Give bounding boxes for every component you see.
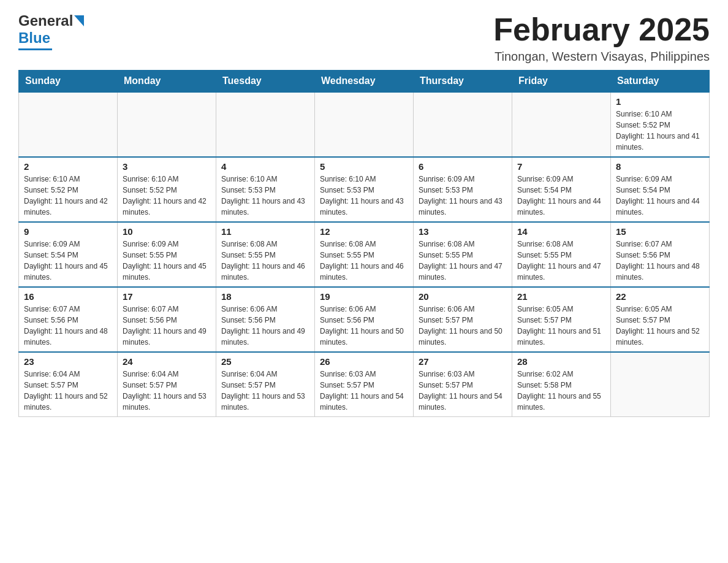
- day-number: 6: [419, 161, 507, 172]
- calendar-cell: 24Sunrise: 6:04 AMSunset: 5:57 PMDayligh…: [118, 352, 216, 417]
- day-number: 23: [24, 356, 112, 367]
- day-info: Sunrise: 6:08 AMSunset: 5:55 PMDaylight:…: [419, 239, 507, 283]
- day-number: 7: [517, 161, 605, 172]
- calendar-day-header: Sunday: [19, 71, 118, 93]
- day-info: Sunrise: 6:09 AMSunset: 5:53 PMDaylight:…: [419, 174, 507, 218]
- day-number: 1: [616, 96, 704, 107]
- calendar-cell: [414, 92, 512, 157]
- calendar-cell: 23Sunrise: 6:04 AMSunset: 5:57 PMDayligh…: [19, 352, 118, 417]
- calendar-cell: [118, 92, 216, 157]
- calendar-cell: 22Sunrise: 6:05 AMSunset: 5:57 PMDayligh…: [611, 287, 710, 352]
- calendar-table: SundayMondayTuesdayWednesdayThursdayFrid…: [18, 70, 710, 417]
- calendar-cell: 21Sunrise: 6:05 AMSunset: 5:57 PMDayligh…: [512, 287, 611, 352]
- calendar-week-row: 16Sunrise: 6:07 AMSunset: 5:56 PMDayligh…: [19, 287, 710, 352]
- calendar-week-row: 9Sunrise: 6:09 AMSunset: 5:54 PMDaylight…: [19, 222, 710, 287]
- calendar-cell: 28Sunrise: 6:02 AMSunset: 5:58 PMDayligh…: [512, 352, 611, 417]
- logo-blue-text: Blue: [18, 29, 50, 46]
- day-info: Sunrise: 6:08 AMSunset: 5:55 PMDaylight:…: [517, 239, 605, 283]
- calendar-cell: [216, 92, 315, 157]
- calendar-cell: 13Sunrise: 6:08 AMSunset: 5:55 PMDayligh…: [414, 222, 512, 287]
- calendar-cell: 15Sunrise: 6:07 AMSunset: 5:56 PMDayligh…: [611, 222, 710, 287]
- location-text: Tinongan, Western Visayas, Philippines: [493, 50, 710, 64]
- logo-triangle-icon: [74, 15, 84, 26]
- day-info: Sunrise: 6:06 AMSunset: 5:56 PMDaylight:…: [320, 304, 408, 348]
- title-area: February 2025 Tinongan, Western Visayas,…: [493, 12, 710, 64]
- calendar-cell: 6Sunrise: 6:09 AMSunset: 5:53 PMDaylight…: [414, 157, 512, 222]
- day-info: Sunrise: 6:09 AMSunset: 5:55 PMDaylight:…: [123, 239, 211, 283]
- calendar-day-header: Thursday: [414, 71, 512, 93]
- day-number: 16: [24, 291, 112, 302]
- calendar-cell: [315, 92, 414, 157]
- day-number: 15: [616, 226, 704, 237]
- logo-underline: [18, 48, 52, 50]
- day-info: Sunrise: 6:07 AMSunset: 5:56 PMDaylight:…: [123, 304, 211, 348]
- day-number: 17: [123, 291, 211, 302]
- day-info: Sunrise: 6:07 AMSunset: 5:56 PMDaylight:…: [24, 304, 112, 348]
- calendar-cell: [512, 92, 611, 157]
- day-info: Sunrise: 6:09 AMSunset: 5:54 PMDaylight:…: [24, 239, 112, 283]
- day-number: 9: [24, 226, 112, 237]
- day-number: 13: [419, 226, 507, 237]
- day-number: 12: [320, 226, 408, 237]
- calendar-cell: [611, 352, 710, 417]
- day-number: 2: [24, 161, 112, 172]
- calendar-cell: 5Sunrise: 6:10 AMSunset: 5:53 PMDaylight…: [315, 157, 414, 222]
- day-info: Sunrise: 6:04 AMSunset: 5:57 PMDaylight:…: [123, 369, 211, 413]
- day-info: Sunrise: 6:03 AMSunset: 5:57 PMDaylight:…: [419, 369, 507, 413]
- calendar-week-row: 23Sunrise: 6:04 AMSunset: 5:57 PMDayligh…: [19, 352, 710, 417]
- page-header: General Blue February 2025 Tinongan, Wes…: [18, 12, 710, 64]
- calendar-cell: [19, 92, 118, 157]
- calendar-day-header: Saturday: [611, 71, 710, 93]
- calendar-week-row: 1Sunrise: 6:10 AMSunset: 5:52 PMDaylight…: [19, 92, 710, 157]
- day-info: Sunrise: 6:03 AMSunset: 5:57 PMDaylight:…: [320, 369, 408, 413]
- calendar-cell: 26Sunrise: 6:03 AMSunset: 5:57 PMDayligh…: [315, 352, 414, 417]
- calendar-cell: 20Sunrise: 6:06 AMSunset: 5:57 PMDayligh…: [414, 287, 512, 352]
- calendar-cell: 12Sunrise: 6:08 AMSunset: 5:55 PMDayligh…: [315, 222, 414, 287]
- calendar-cell: 8Sunrise: 6:09 AMSunset: 5:54 PMDaylight…: [611, 157, 710, 222]
- day-info: Sunrise: 6:07 AMSunset: 5:56 PMDaylight:…: [616, 239, 704, 283]
- calendar-day-header: Monday: [118, 71, 216, 93]
- day-info: Sunrise: 6:10 AMSunset: 5:53 PMDaylight:…: [320, 174, 408, 218]
- day-number: 21: [517, 291, 605, 302]
- day-info: Sunrise: 6:04 AMSunset: 5:57 PMDaylight:…: [221, 369, 309, 413]
- day-info: Sunrise: 6:02 AMSunset: 5:58 PMDaylight:…: [517, 369, 605, 413]
- day-number: 20: [419, 291, 507, 302]
- calendar-week-row: 2Sunrise: 6:10 AMSunset: 5:52 PMDaylight…: [19, 157, 710, 222]
- calendar-cell: 10Sunrise: 6:09 AMSunset: 5:55 PMDayligh…: [118, 222, 216, 287]
- calendar-cell: 25Sunrise: 6:04 AMSunset: 5:57 PMDayligh…: [216, 352, 315, 417]
- day-info: Sunrise: 6:08 AMSunset: 5:55 PMDaylight:…: [320, 239, 408, 283]
- calendar-cell: 19Sunrise: 6:06 AMSunset: 5:56 PMDayligh…: [315, 287, 414, 352]
- logo: General Blue: [18, 12, 84, 50]
- month-title: February 2025: [493, 12, 710, 47]
- day-info: Sunrise: 6:10 AMSunset: 5:52 PMDaylight:…: [24, 174, 112, 218]
- day-info: Sunrise: 6:06 AMSunset: 5:56 PMDaylight:…: [221, 304, 309, 348]
- day-number: 4: [221, 161, 309, 172]
- logo-general-text: General: [18, 12, 73, 29]
- calendar-day-header: Friday: [512, 71, 611, 93]
- calendar-cell: 18Sunrise: 6:06 AMSunset: 5:56 PMDayligh…: [216, 287, 315, 352]
- calendar-header-row: SundayMondayTuesdayWednesdayThursdayFrid…: [19, 71, 710, 93]
- calendar-day-header: Tuesday: [216, 71, 315, 93]
- day-number: 3: [123, 161, 211, 172]
- day-number: 24: [123, 356, 211, 367]
- day-info: Sunrise: 6:09 AMSunset: 5:54 PMDaylight:…: [517, 174, 605, 218]
- calendar-cell: 16Sunrise: 6:07 AMSunset: 5:56 PMDayligh…: [19, 287, 118, 352]
- day-number: 8: [616, 161, 704, 172]
- calendar-day-header: Wednesday: [315, 71, 414, 93]
- day-number: 22: [616, 291, 704, 302]
- day-info: Sunrise: 6:08 AMSunset: 5:55 PMDaylight:…: [221, 239, 309, 283]
- calendar-cell: 3Sunrise: 6:10 AMSunset: 5:52 PMDaylight…: [118, 157, 216, 222]
- day-info: Sunrise: 6:10 AMSunset: 5:52 PMDaylight:…: [123, 174, 211, 218]
- day-number: 11: [221, 226, 309, 237]
- day-info: Sunrise: 6:10 AMSunset: 5:53 PMDaylight:…: [221, 174, 309, 218]
- calendar-cell: 17Sunrise: 6:07 AMSunset: 5:56 PMDayligh…: [118, 287, 216, 352]
- calendar-cell: 14Sunrise: 6:08 AMSunset: 5:55 PMDayligh…: [512, 222, 611, 287]
- calendar-cell: 11Sunrise: 6:08 AMSunset: 5:55 PMDayligh…: [216, 222, 315, 287]
- calendar-cell: 7Sunrise: 6:09 AMSunset: 5:54 PMDaylight…: [512, 157, 611, 222]
- day-info: Sunrise: 6:05 AMSunset: 5:57 PMDaylight:…: [517, 304, 605, 348]
- day-info: Sunrise: 6:05 AMSunset: 5:57 PMDaylight:…: [616, 304, 704, 348]
- day-number: 18: [221, 291, 309, 302]
- day-number: 25: [221, 356, 309, 367]
- day-info: Sunrise: 6:10 AMSunset: 5:52 PMDaylight:…: [616, 109, 704, 153]
- day-number: 5: [320, 161, 408, 172]
